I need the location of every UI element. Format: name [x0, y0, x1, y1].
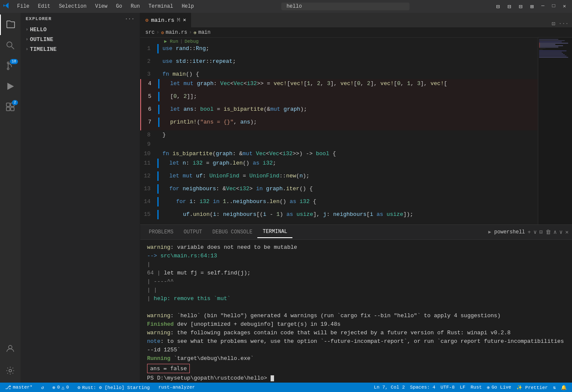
sidebar-more[interactable]: ···: [125, 16, 135, 21]
menu-selection[interactable]: Selection: [56, 3, 90, 10]
line-content-15: uf.union(i: neighbours[(i - 1) as usize]…: [161, 210, 413, 219]
search-bar[interactable]: [201, 3, 490, 10]
customize-icon[interactable]: ⊞: [528, 2, 536, 11]
svg-rect-10: [11, 107, 14, 111]
bell-icon: 🔔: [561, 385, 567, 390]
search-input[interactable]: [281, 3, 410, 10]
prettier-button[interactable]: ✨ Prettier: [515, 385, 549, 390]
breadcrumb-sep-2: ›: [189, 29, 192, 35]
sync-button[interactable]: ↺: [39, 385, 46, 390]
add-terminal-icon[interactable]: +: [528, 229, 531, 236]
menu-view[interactable]: View: [91, 3, 111, 10]
split-terminal-icon[interactable]: ⊡: [540, 229, 543, 236]
sidebar-item-outline: OUTLINE: [30, 36, 53, 43]
line-content-1: use rand::Rng;: [161, 44, 209, 53]
split-editor-icon[interactable]: ⊡: [551, 20, 555, 27]
branch-name: master*: [13, 385, 32, 390]
indentation[interactable]: Spaces: 4: [408, 385, 437, 390]
menu-help[interactable]: Help: [178, 3, 198, 10]
code-editor[interactable]: ▶ Run | Debug 1 use rand::Rng;: [140, 38, 538, 224]
golive-text: Go Live: [492, 385, 511, 390]
line-ending[interactable]: LF: [458, 385, 467, 390]
terminal-more-icon[interactable]: ∨: [534, 229, 537, 236]
more-actions-icon[interactable]: ···: [559, 21, 569, 27]
remote-button[interactable]: ⇅: [551, 385, 557, 390]
run-link[interactable]: ▶ Run: [164, 38, 178, 44]
rust-analyzer-name[interactable]: rust-analyzer: [156, 385, 197, 390]
panel-icon[interactable]: ⊟: [505, 2, 513, 11]
warning-icon: △: [62, 385, 65, 390]
terminal-shell-label: ▶ powershell: [488, 229, 525, 235]
tab-problems[interactable]: PROBLEMS: [144, 227, 179, 238]
line-number-11: 11: [140, 159, 157, 168]
window-controls: ⊟ ⊟ ⊟ ⊞ ─ □ ✕: [494, 2, 569, 11]
encoding[interactable]: UTF-8: [439, 385, 456, 390]
menu-edit[interactable]: Edit: [35, 3, 54, 10]
line-indicator-3: [157, 70, 161, 79]
account-icon[interactable]: [0, 338, 21, 359]
tab-terminal[interactable]: TERMINAL: [257, 226, 292, 238]
error-icon: ⊗: [53, 385, 56, 390]
source-control-icon[interactable]: 18: [0, 56, 21, 76]
svg-point-11: [9, 345, 12, 349]
code-editor-container: ▶ Run | Debug 1 use rand::Rng;: [140, 38, 572, 224]
git-branch[interactable]: ⎇ master*: [3, 384, 34, 391]
language-text: Rust: [471, 385, 482, 390]
line-content-3: fn main() {: [161, 70, 199, 79]
breadcrumb-file[interactable]: main.rs: [165, 29, 187, 35]
line-indicator-7: [158, 118, 162, 130]
layout-icon[interactable]: ⊟: [494, 2, 502, 11]
terminal-content[interactable]: warning: variable does not need to be mu…: [140, 240, 572, 383]
explorer-icon[interactable]: [0, 15, 21, 35]
menu-run[interactable]: Run: [127, 3, 144, 10]
line-content-10: fn is_bipartite(graph: &mut Vec<Vec<i32>…: [161, 149, 336, 159]
minimize-button[interactable]: ─: [539, 2, 547, 11]
code-line-14: 14 for i: i32 in 1..neighbours.len() as …: [140, 197, 538, 210]
tab-file-icon: ⚙: [145, 17, 148, 24]
close-button[interactable]: ✕: [560, 2, 569, 11]
term-line-11: warning: the following packages contain …: [147, 329, 565, 337]
code-line-2: 2 use std::iter::repeat;: [140, 57, 538, 70]
cursor-position[interactable]: Ln 7, Col 2: [372, 385, 407, 390]
app-icon: [3, 2, 10, 11]
line-content-8: }: [161, 130, 166, 140]
run-debug-icon[interactable]: [0, 76, 21, 97]
breadcrumb-fn[interactable]: main: [198, 29, 211, 35]
error-count[interactable]: ⊗ 0 △ 0: [51, 385, 71, 390]
terminal-down-icon[interactable]: ∨: [559, 229, 563, 236]
tab-close-button[interactable]: ×: [183, 17, 186, 24]
menu-go[interactable]: Go: [112, 3, 125, 10]
extensions-icon[interactable]: 2: [0, 97, 21, 117]
menu-terminal[interactable]: Terminal: [145, 3, 177, 10]
svg-rect-9: [6, 107, 10, 111]
sidebar-section-hello[interactable]: › HELLO: [21, 25, 140, 35]
sidebar-section-timeline[interactable]: › TIMELINE: [21, 44, 140, 54]
tab-main-rs[interactable]: ⚙ main.rs M ×: [140, 13, 191, 27]
split-icon[interactable]: ⊟: [516, 2, 525, 11]
highlight-region: 4 let mut graph: Vec<Vec<i32>> = vec![ve…: [140, 79, 538, 130]
code-line-12: 12 let mut uf: UnionFind = UnionFind::ne…: [140, 171, 538, 184]
language-mode[interactable]: Rust: [469, 385, 484, 390]
search-icon[interactable]: [0, 35, 21, 56]
rust-icon: ⚙: [77, 385, 80, 390]
encoding-text: UTF-8: [440, 385, 454, 390]
line-content-16: }: [174, 223, 180, 224]
notification-icon[interactable]: 🔔: [559, 385, 569, 390]
close-panel-icon[interactable]: ✕: [565, 229, 569, 236]
rust-analyzer-status[interactable]: ⚙ Rust: ⚙ [hello] Starting: [76, 385, 151, 390]
terminal-up-icon[interactable]: ∧: [554, 229, 557, 236]
breadcrumb-src[interactable]: src: [145, 29, 155, 35]
tab-debug-console[interactable]: DEBUG CONSOLE: [207, 227, 258, 238]
line-indicator-13: [157, 184, 161, 197]
golive-button[interactable]: ⊕ Go Live: [485, 385, 513, 390]
kill-terminal-icon[interactable]: 🗑: [545, 229, 551, 236]
debug-link[interactable]: Debug: [185, 39, 199, 44]
menu-file[interactable]: File: [14, 3, 33, 10]
maximize-button[interactable]: □: [550, 2, 558, 11]
code-line-9: 9: [140, 140, 538, 149]
term-line-5: | ----^^: [147, 277, 565, 286]
tab-output[interactable]: OUTPUT: [179, 227, 207, 238]
code-line-4: 4 let mut graph: Vec<Vec<i32>> = vec![ve…: [140, 79, 538, 92]
settings-icon[interactable]: [0, 360, 21, 381]
sidebar-section-outline[interactable]: › OUTLINE: [21, 35, 140, 44]
